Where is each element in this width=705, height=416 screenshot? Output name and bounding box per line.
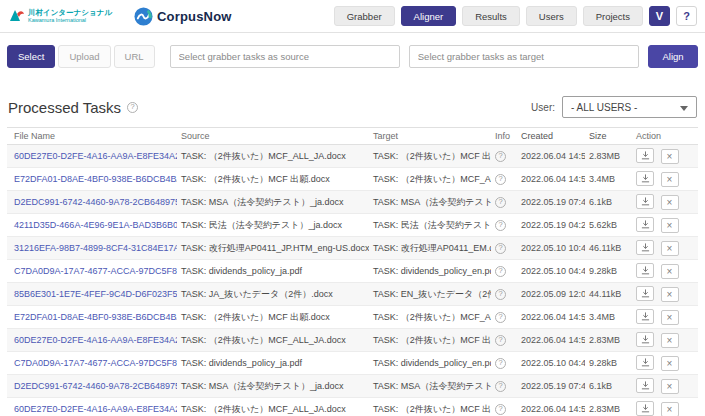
select-mode-button[interactable]: Select xyxy=(7,45,55,68)
download-icon xyxy=(641,335,650,344)
close-icon: × xyxy=(667,152,673,162)
delete-button[interactable]: × xyxy=(661,195,679,210)
file-link[interactable]: 4211D35D-466A-4E96-9E1A-BAD3B6B0EF7C.xls… xyxy=(14,220,177,230)
created-cell: 2022.05.10 10:44 xyxy=(517,237,585,260)
info-icon[interactable]: ? xyxy=(495,381,506,392)
info-icon[interactable]: ? xyxy=(495,151,506,162)
close-icon: × xyxy=(667,267,673,277)
file-link[interactable]: D2EDC991-6742-4460-9A78-2CB6489755C6.xls… xyxy=(14,381,177,391)
delete-button[interactable]: × xyxy=(661,333,679,348)
processed-tasks-table: File Name Source Target Info Created Siz… xyxy=(7,127,698,416)
delete-button[interactable]: × xyxy=(661,310,679,325)
delete-button[interactable]: × xyxy=(661,218,679,233)
nav-tab-aligner[interactable]: Aligner xyxy=(401,6,457,26)
table-row: D2EDC991-6742-4460-9A78-2CB6489755C6.xls… xyxy=(7,375,698,398)
close-icon: × xyxy=(667,382,673,392)
download-button[interactable] xyxy=(636,148,654,163)
download-button[interactable] xyxy=(636,286,654,301)
download-button[interactable] xyxy=(636,171,654,186)
download-icon xyxy=(641,266,650,275)
info-icon[interactable]: ? xyxy=(495,174,506,185)
close-icon: × xyxy=(667,244,673,254)
delete-button[interactable]: × xyxy=(661,402,679,416)
file-link[interactable]: C7DA0D9A-17A7-4677-ACCA-97DC5F81776A.xls… xyxy=(14,266,177,276)
download-button[interactable] xyxy=(636,217,654,232)
download-button[interactable] xyxy=(636,355,654,370)
nav-tab-results[interactable]: Results xyxy=(462,6,520,26)
download-button[interactable] xyxy=(636,401,654,416)
user-filter-select[interactable]: - ALL USERS - xyxy=(562,96,697,118)
target-task-input[interactable] xyxy=(409,45,639,68)
download-button[interactable] xyxy=(636,332,654,347)
info-icon[interactable]: ? xyxy=(495,220,506,231)
size-cell: 2.83MB xyxy=(585,145,632,168)
file-link[interactable]: 60DE27E0-D2FE-4A16-AA9A-E8FE34A2369A.xls… xyxy=(14,404,177,414)
info-icon[interactable]: ? xyxy=(495,266,506,277)
target-cell: TASK: MSA（法令契約テスト）_en.docx xyxy=(369,191,491,214)
column-header-target: Target xyxy=(369,128,491,145)
align-button[interactable]: Align xyxy=(648,45,698,68)
table-row: 60DE27E0-D2FE-4A16-AA9A-E8FE34A2369A.xls… xyxy=(7,329,698,352)
close-icon: × xyxy=(667,198,673,208)
target-cell: TASK: dividends_policy_en.pdf xyxy=(369,352,491,375)
source-cell: TASK: JA_抜いたデータ（2件）.docx xyxy=(177,283,369,306)
nav-tab-projects[interactable]: Projects xyxy=(583,6,643,26)
source-task-input[interactable] xyxy=(170,45,400,68)
user-avatar-button[interactable]: V xyxy=(649,6,670,26)
source-cell: TASK: dividends_policy_ja.pdf xyxy=(177,352,369,375)
file-link[interactable]: 60DE27E0-D2FE-4A16-AA9A-E8FE34A2369A.xls… xyxy=(14,335,177,345)
created-cell: 2022.05.09 12:02 xyxy=(517,283,585,306)
download-icon xyxy=(641,151,650,160)
info-icon[interactable]: ? xyxy=(495,197,506,208)
download-button[interactable] xyxy=(636,263,654,278)
download-button[interactable] xyxy=(636,194,654,209)
info-icon[interactable]: ? xyxy=(495,404,506,415)
download-icon xyxy=(641,312,650,321)
download-icon xyxy=(641,243,650,252)
file-link[interactable]: E72DFA01-D8AE-4BF0-938E-B6DCB4BAB48D.xls… xyxy=(14,174,177,184)
info-icon[interactable]: ? xyxy=(495,335,506,346)
help-button[interactable]: ? xyxy=(676,6,697,26)
delete-button[interactable]: × xyxy=(661,241,679,256)
size-cell: 6.1kB xyxy=(585,375,632,398)
delete-button[interactable]: × xyxy=(661,264,679,279)
file-link[interactable]: 60DE27E0-D2FE-4A16-AA9A-E8FE34A2369A.xls… xyxy=(14,151,177,161)
created-cell: 2022.05.19 07:41 xyxy=(517,191,585,214)
file-link[interactable]: D2EDC991-6742-4460-9A78-2CB6489755C6.xls… xyxy=(14,197,177,207)
info-icon[interactable]: ? xyxy=(495,289,506,300)
download-button[interactable] xyxy=(636,309,654,324)
size-cell: 5.62kB xyxy=(585,214,632,237)
info-icon[interactable]: ? xyxy=(495,312,506,323)
url-mode-button[interactable]: URL xyxy=(114,45,155,68)
table-row: E72DFA01-D8AE-4BF0-938E-B6DCB4BAB48D.xls… xyxy=(7,306,698,329)
source-cell: TASK: 改行処理AP0411_JP.HTM_eng-US.docx xyxy=(177,237,369,260)
file-link[interactable]: C7DA0D9A-17A7-4677-ACCA-97DC5F81776A.xls… xyxy=(14,358,177,368)
source-cell: TASK: MSA（法令契約テスト）_ja.docx xyxy=(177,191,369,214)
info-icon[interactable]: ? xyxy=(495,243,506,254)
target-cell: TASK: 改行処理AP0411_EM.docx xyxy=(369,237,491,260)
company-name-en: Kawamura International xyxy=(28,17,112,23)
target-cell: TASK: （2件抜いた）MCF_ALL_JA.docx xyxy=(369,306,491,329)
nav-tab-grabber[interactable]: Grabber xyxy=(334,6,395,26)
upload-mode-button[interactable]: Upload xyxy=(58,45,110,68)
download-button[interactable] xyxy=(636,240,654,255)
delete-button[interactable]: × xyxy=(661,379,679,394)
delete-button[interactable]: × xyxy=(661,287,679,302)
target-cell: TASK: （2件抜いた）MCF 出願.docx xyxy=(369,329,491,352)
source-cell: TASK: MSA（法令契約テスト）_ja.docx xyxy=(177,375,369,398)
nav-tab-users[interactable]: Users xyxy=(526,6,577,26)
download-icon xyxy=(641,289,650,298)
file-link[interactable]: 85B6E301-1E7E-4FEF-9C4D-D6F023F58BC2.xls… xyxy=(14,289,177,299)
download-button[interactable] xyxy=(636,378,654,393)
created-cell: 2022.06.04 14:52 xyxy=(517,398,585,416)
source-cell: TASK: （2件抜いた）MCF_ALL_JA.docx xyxy=(177,398,369,416)
section-help-icon[interactable]: ? xyxy=(127,102,138,113)
table-row: 85B6E301-1E7E-4FEF-9C4D-D6F023F58BC2.xls… xyxy=(7,283,698,306)
file-link[interactable]: E72DFA01-D8AE-4BF0-938E-B6DCB4BAB48D.xls… xyxy=(14,312,177,322)
delete-button[interactable]: × xyxy=(661,172,679,187)
table-row: 60DE27E0-D2FE-4A16-AA9A-E8FE34A2369A.xls… xyxy=(7,398,698,416)
delete-button[interactable]: × xyxy=(661,149,679,164)
delete-button[interactable]: × xyxy=(661,356,679,371)
info-icon[interactable]: ? xyxy=(495,358,506,369)
file-link[interactable]: 31216EFA-98B7-4899-8CF4-31C84E17A17F.xls… xyxy=(14,243,177,253)
